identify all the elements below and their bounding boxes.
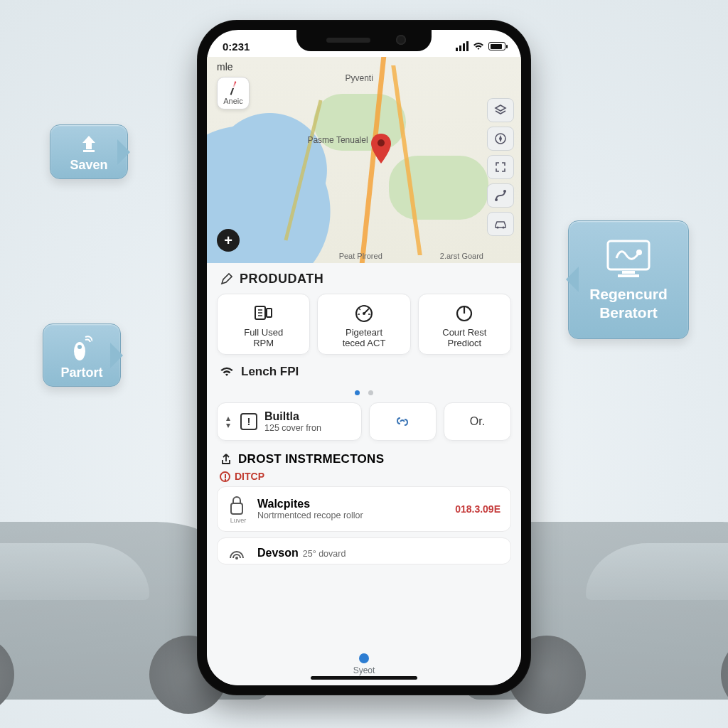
list0-icon-sub: Luver: [228, 517, 249, 524]
map-view[interactable]: Pyventi Pasme Tenualel + Peat Plrored 2.…: [207, 57, 521, 263]
monitor-diagnostic-icon: [604, 237, 653, 281]
alert-box-icon: [240, 413, 257, 430]
wifi-icon: [473, 42, 484, 50]
map-tool-route[interactable]: [487, 183, 514, 208]
list0-sub: Nortrmentced recope rollor: [257, 510, 363, 520]
compass-label: Aneic: [223, 97, 243, 105]
card-court-rest[interactable]: Court Rest Predioct: [418, 294, 511, 355]
map-tool-compass[interactable]: [487, 127, 514, 151]
share-out-icon: [220, 453, 232, 466]
callout-partort-label: Partort: [60, 365, 102, 380]
map-add-button[interactable]: +: [217, 229, 240, 252]
compass-needle-icon: [230, 81, 237, 95]
svg-point-6: [636, 250, 642, 255]
map-compass-button[interactable]: Aneic: [217, 77, 250, 109]
map-footer-label-b: 2.arst Goard: [440, 252, 483, 260]
map-footer-label-a: Peat Plrored: [339, 252, 382, 260]
callout-saven-label: Saven: [70, 158, 107, 172]
key-remote-icon: [71, 333, 92, 361]
produdath-title: PRODUDATH: [240, 272, 323, 287]
svg-point-16: [363, 312, 365, 315]
svg-point-2: [77, 345, 82, 349]
page-dot-1: [355, 390, 360, 395]
lench-title: Lench FPI: [241, 365, 299, 379]
upload-icon: [77, 134, 101, 154]
svg-rect-5: [618, 274, 639, 277]
list1-sub: 25° dovard: [303, 549, 346, 559]
svg-rect-0: [83, 150, 95, 152]
card-pigeteart-act[interactable]: Pigeteart teced ACT: [317, 294, 410, 355]
svg-rect-3: [608, 241, 649, 269]
svg-point-20: [235, 557, 238, 560]
list-item-walcpites[interactable]: Luver Walcpites Nortrmentced recope roll…: [217, 486, 511, 532]
phone-frame: 0:231 mle Aneic Pyventi Pasme Tenualel +: [197, 20, 531, 695]
map-tool-fullscreen[interactable]: [487, 155, 514, 179]
list0-value: 018.3.09E: [455, 503, 500, 515]
dtcp-label: DITCP: [235, 471, 264, 482]
map-tool-stack: [487, 98, 514, 236]
map-city-label-1: Pyventi: [345, 73, 373, 83]
map-pin-icon[interactable]: [370, 144, 392, 165]
card0-line2: RPM: [222, 338, 305, 348]
map-tool-car[interactable]: [487, 212, 514, 236]
map-city-label-2: Pasme Tenualel: [307, 135, 368, 145]
signal-arc-icon: [228, 545, 249, 561]
card1-line2: teced ACT: [322, 338, 405, 348]
status-time: 0:231: [223, 41, 250, 53]
callout-regen-line2: Beratort: [586, 304, 671, 322]
info-card-bultla[interactable]: ▴▾ Builtla 125 cover fron: [217, 402, 362, 441]
dtcp-badge[interactable]: DITCP: [207, 468, 521, 486]
alert-circle-icon: [220, 471, 230, 482]
callout-saven[interactable]: Saven: [50, 124, 128, 179]
svg-point-7: [378, 139, 385, 146]
link-icon: [395, 414, 410, 429]
list-item-devson[interactable]: Devson 25° dovard: [217, 537, 511, 564]
or-label: Or.: [470, 415, 485, 428]
map-tool-layers[interactable]: [487, 98, 514, 122]
instr-title: DROST INSTRMECTONS: [238, 452, 384, 466]
info-card-or[interactable]: Or.: [444, 402, 511, 441]
svg-point-1: [74, 342, 85, 360]
card2-line2: Predioct: [423, 338, 506, 348]
svg-rect-4: [622, 271, 635, 274]
svg-rect-14: [267, 309, 272, 317]
card0-line1: Full Used: [222, 327, 305, 338]
svg-point-10: [503, 190, 506, 193]
speedometer-icon: [322, 301, 405, 324]
list1-title: Devson: [257, 547, 299, 560]
svg-rect-19: [231, 503, 242, 514]
section-header-lench: Lench FPI: [207, 355, 521, 383]
home-indicator[interactable]: [311, 676, 417, 680]
app-header-prefix: mle: [217, 61, 233, 73]
callout-regen-line1: Regencurd: [586, 285, 671, 304]
callout-regencurd[interactable]: Regencurd Beratort: [568, 220, 689, 339]
pencil-icon: [220, 273, 232, 286]
section-header-produdath: PRODUDATH: [207, 263, 521, 294]
page-indicator: [207, 383, 521, 402]
bottom-tab-label: Syeot: [353, 665, 375, 675]
page-dot-2: [368, 390, 373, 395]
cellular-signal-icon: [456, 41, 469, 51]
bultla-title: Builtla: [264, 410, 321, 423]
info-card-link[interactable]: [369, 402, 437, 441]
svg-point-9: [495, 198, 498, 201]
bultla-sub: 125 cover fron: [264, 423, 321, 433]
tab-active-dot-icon: [359, 653, 369, 663]
sort-arrows-icon: ▴▾: [226, 414, 230, 429]
section-header-instr: DROST INSTRMECTONS: [207, 441, 521, 468]
svg-point-12: [502, 226, 504, 228]
phone-notch: [296, 30, 432, 51]
callout-partort[interactable]: Partort: [43, 323, 121, 387]
power-icon: [423, 301, 506, 324]
gauge-icon: [222, 301, 305, 324]
battery-icon: [488, 42, 505, 50]
lock-icon: Luver: [228, 494, 249, 524]
card-full-used-rpm[interactable]: Full Used RPM: [217, 294, 310, 355]
svg-point-11: [496, 226, 498, 228]
list0-title: Walcpites: [257, 498, 363, 510]
card1-line1: Pigeteart: [322, 327, 405, 338]
card2-line1: Court Rest: [423, 327, 506, 338]
wifi-small-icon: [220, 366, 234, 378]
